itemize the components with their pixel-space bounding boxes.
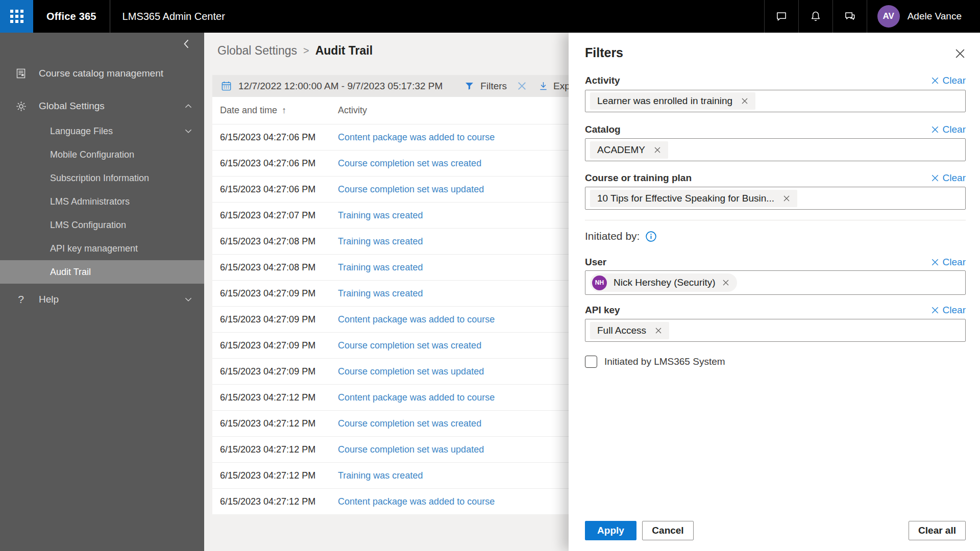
sidebar-item-course-catalog-management[interactable]: Course catalog management bbox=[0, 60, 204, 87]
audit-activity-link[interactable]: Course completion set was created bbox=[338, 340, 481, 351]
activity-filter-label: Activity bbox=[585, 75, 620, 86]
audit-date-cell: 6/15/2023 04:27:12 PM bbox=[220, 418, 338, 429]
notifications-button[interactable] bbox=[798, 0, 832, 33]
app-launcher-button[interactable] bbox=[0, 0, 33, 33]
activity-chip: Learner was enrolled in training bbox=[590, 92, 755, 110]
audit-activity-link[interactable]: Training was created bbox=[338, 210, 423, 221]
course-filter-input[interactable]: 10 Tips for Effective Speaking for Busin… bbox=[585, 187, 966, 210]
app-launcher-icon bbox=[10, 10, 23, 23]
sidebar-item-mobile-configuration[interactable]: Mobile Configuration bbox=[0, 143, 204, 166]
audit-activity-link[interactable]: Training was created bbox=[338, 288, 423, 299]
column-header-label: Date and time bbox=[220, 105, 277, 116]
filters-toggle-button[interactable]: Filters bbox=[464, 81, 507, 92]
clear-all-button[interactable]: Clear all bbox=[909, 521, 966, 540]
sidebar-item-label: Mobile Configuration bbox=[50, 149, 193, 160]
audit-activity-link[interactable]: Content package was added to course bbox=[338, 496, 495, 507]
audit-activity-link[interactable]: Course completion set was created bbox=[338, 158, 481, 169]
user-filter-input[interactable]: NH Nick Hershey (Security) bbox=[585, 270, 966, 295]
audit-date-cell: 6/15/2023 04:27:06 PM bbox=[220, 184, 338, 195]
cancel-button[interactable]: Cancel bbox=[642, 521, 694, 540]
sidebar-item-lms-configuration[interactable]: LMS Configuration bbox=[0, 213, 204, 237]
clear-label: Clear bbox=[943, 124, 966, 135]
clear-user-button[interactable]: Clear bbox=[931, 257, 966, 268]
course-catalog-icon bbox=[13, 67, 29, 80]
audit-activity-link[interactable]: Course completion set was updated bbox=[338, 444, 484, 455]
audit-activity-link[interactable]: Training was created bbox=[338, 236, 423, 247]
api-key-filter-label: API key bbox=[585, 305, 620, 316]
remove-chip-icon[interactable] bbox=[783, 195, 790, 202]
sidebar-nav: Course catalog management Global Setting… bbox=[0, 33, 204, 551]
account-menu-button[interactable]: AV Adele Vance bbox=[867, 0, 980, 33]
clear-course-button[interactable]: Clear bbox=[931, 172, 966, 184]
filters-panel-title: Filters bbox=[585, 45, 623, 60]
remove-chip-icon[interactable] bbox=[741, 97, 748, 105]
filter-funnel-icon bbox=[464, 81, 475, 91]
audit-date-cell: 6/15/2023 04:27:09 PM bbox=[220, 288, 338, 299]
download-icon bbox=[538, 81, 549, 91]
chip-label: Full Access bbox=[597, 325, 646, 336]
course-filter-label: Course or training plan bbox=[585, 172, 692, 184]
section-divider bbox=[585, 220, 966, 220]
feedback-button[interactable] bbox=[832, 0, 867, 33]
user-filter-label: User bbox=[585, 257, 606, 268]
audit-activity-link[interactable]: Content package was added to course bbox=[338, 314, 495, 325]
remove-chip-icon[interactable] bbox=[722, 279, 729, 286]
audit-date-cell: 6/15/2023 04:27:06 PM bbox=[220, 158, 338, 169]
sidebar-item-help[interactable]: ? Help bbox=[0, 286, 204, 313]
catalog-filter-label: Catalog bbox=[585, 124, 621, 135]
close-icon bbox=[931, 77, 939, 85]
audit-activity-link[interactable]: Course completion set was updated bbox=[338, 184, 484, 195]
audit-date-cell: 6/15/2023 04:27:12 PM bbox=[220, 444, 338, 455]
feedback-icon bbox=[843, 10, 856, 23]
date-range-picker[interactable]: 12/7/2022 12:00:00 AM - 9/7/2023 05:17:3… bbox=[220, 80, 443, 92]
sidebar-item-subscription-information[interactable]: Subscription Information bbox=[0, 166, 204, 190]
clear-filters-button[interactable] bbox=[517, 81, 527, 91]
close-icon bbox=[931, 306, 939, 314]
bell-icon bbox=[809, 10, 822, 23]
catalog-filter-input[interactable]: ACADEMY bbox=[585, 138, 966, 161]
close-panel-button[interactable] bbox=[954, 45, 966, 59]
clear-label: Clear bbox=[943, 75, 966, 86]
audit-activity-link[interactable]: Training was created bbox=[338, 470, 423, 481]
office365-brand-link[interactable]: Office 365 bbox=[33, 0, 110, 33]
audit-activity-link[interactable]: Content package was added to course bbox=[338, 392, 495, 403]
clear-catalog-button[interactable]: Clear bbox=[931, 124, 966, 135]
api-key-filter-input[interactable]: Full Access bbox=[585, 319, 966, 342]
chat-button[interactable] bbox=[764, 0, 798, 33]
api-key-chip: Full Access bbox=[590, 322, 669, 339]
sidebar-item-label: LMS Administrators bbox=[50, 196, 193, 207]
column-header-date-and-time[interactable]: Date and time ↑ bbox=[220, 105, 338, 116]
clear-activity-button[interactable]: Clear bbox=[931, 75, 966, 86]
breadcrumb-global-settings-link[interactable]: Global Settings bbox=[217, 44, 297, 58]
app-title: LMS365 Admin Center bbox=[110, 0, 237, 33]
sidebar-item-language-files[interactable]: Language Files bbox=[0, 119, 204, 143]
sidebar-item-lms-administrators[interactable]: LMS Administrators bbox=[0, 190, 204, 213]
audit-date-cell: 6/15/2023 04:27:09 PM bbox=[220, 340, 338, 351]
clear-api-key-button[interactable]: Clear bbox=[931, 305, 966, 316]
audit-activity-link[interactable]: Training was created bbox=[338, 262, 423, 273]
chip-label: 10 Tips for Effective Speaking for Busin… bbox=[597, 193, 774, 204]
sidebar-item-global-settings[interactable]: Global Settings bbox=[0, 93, 204, 119]
clear-label: Clear bbox=[943, 172, 966, 184]
sidebar-item-audit-trail[interactable]: Audit Trail bbox=[0, 260, 204, 284]
chevron-down-icon bbox=[184, 127, 193, 136]
info-icon[interactable] bbox=[645, 231, 657, 242]
column-header-activity[interactable]: Activity bbox=[338, 105, 367, 116]
activity-filter-input[interactable]: Learner was enrolled in training bbox=[585, 90, 966, 112]
audit-activity-link[interactable]: Course completion set was updated bbox=[338, 366, 484, 377]
audit-activity-link[interactable]: Content package was added to course bbox=[338, 132, 495, 143]
remove-chip-icon[interactable] bbox=[654, 146, 661, 154]
remove-chip-icon[interactable] bbox=[655, 327, 662, 334]
chip-label: Learner was enrolled in training bbox=[597, 95, 732, 107]
initiated-by-system-checkbox[interactable] bbox=[585, 356, 597, 368]
sidebar-collapse-button[interactable] bbox=[0, 33, 204, 55]
clear-label: Clear bbox=[943, 305, 966, 316]
apply-button[interactable]: Apply bbox=[585, 521, 636, 540]
sidebar-item-api-key-management[interactable]: API key management bbox=[0, 237, 204, 260]
filters-panel: Filters Activity Clear Learner was enrol… bbox=[569, 33, 980, 551]
catalog-chip: ACADEMY bbox=[590, 141, 668, 159]
audit-activity-link[interactable]: Course completion set was created bbox=[338, 418, 481, 429]
sidebar-item-label: Language Files bbox=[50, 126, 184, 137]
close-icon bbox=[931, 174, 939, 182]
avatar: AV bbox=[877, 5, 900, 28]
